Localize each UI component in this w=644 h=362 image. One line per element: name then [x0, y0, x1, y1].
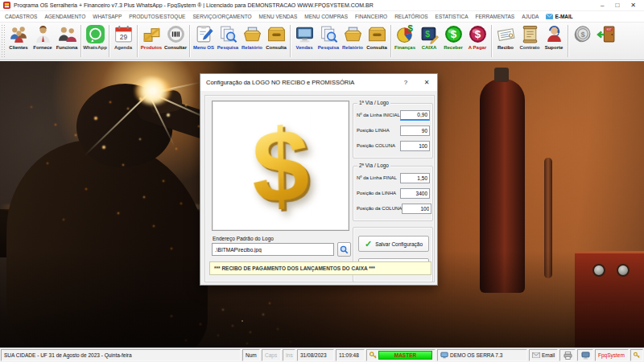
toolbar-button-produtos[interactable]: Produtos — [139, 23, 163, 50]
toolbar-button-receber[interactable]: $ Receber — [441, 23, 465, 50]
toolbar-separator — [290, 25, 291, 57]
toolbar-button-pesquisa-vendas[interactable]: Pesquisa — [316, 23, 341, 50]
menu-financeiro[interactable]: FINANCEIRO — [355, 14, 387, 19]
products-icon — [142, 24, 162, 44]
toolbar-button-consulta-os[interactable]: Consulta — [264, 23, 288, 50]
logo-path-input[interactable] — [212, 243, 334, 256]
field-label-posicao-linha: Posição LINHA — [357, 128, 390, 133]
logo-path-label: Endereço Padrão do Logo — [213, 236, 274, 241]
receipt-icon — [496, 24, 516, 44]
maximize-button[interactable]: □ — [615, 2, 619, 10]
svg-text:$: $ — [580, 31, 585, 39]
input-posicao-da-linha[interactable] — [400, 188, 430, 199]
group-via2-caption: 2ª Via / Logo — [357, 162, 390, 168]
weld-glow-art — [135, 77, 171, 105]
menu-relatorios[interactable]: RELATÓRIOS — [394, 14, 427, 19]
toolbar-button-whatsapp[interactable]: WhatsApp — [83, 23, 107, 50]
monitor-icon — [581, 352, 590, 360]
report-icon — [343, 24, 363, 44]
toolbar-button-vendas[interactable]: Vendas — [292, 23, 316, 50]
menu-estatistica[interactable]: ESTATISTICA — [436, 14, 469, 19]
check-icon: ✓ — [365, 240, 372, 248]
menu-cadastros[interactable]: CADASTROS — [5, 14, 37, 19]
footer-note: *** RECIBO DE PAGAMENTO DOS LANÇAMENTOS … — [209, 261, 431, 275]
toolbar-button-pesquisa-os[interactable]: Pesquisa — [216, 23, 240, 50]
toolbar-button-consulta-vendas[interactable]: Consulta — [365, 23, 389, 50]
status-caps: Caps — [262, 349, 281, 361]
toolbar-button-exit[interactable]: EXIT — [594, 23, 618, 45]
work-order-icon — [194, 24, 214, 44]
report-icon — [242, 24, 262, 44]
browse-logo-button[interactable] — [337, 242, 351, 257]
menu-ferramentas[interactable]: FERRAMENTAS — [476, 14, 515, 19]
email-menu-icon — [546, 14, 553, 19]
svg-text:$: $ — [407, 24, 413, 33]
menu-servico-orcamento[interactable]: SERVIÇO/ORÇAMENTO — [192, 14, 251, 19]
toolbar-separator — [568, 25, 568, 57]
archive-icon — [367, 24, 387, 44]
group-via2: 2ª Via / Logo Nº da Linha FINAL Posição … — [353, 166, 433, 221]
toolbar-button-fornece[interactable]: Fornece — [31, 23, 55, 50]
input-linha-inicial[interactable] — [400, 110, 430, 121]
sales-monitor-icon — [295, 24, 315, 44]
toolbar-button-consultar[interactable]: Consultar — [163, 23, 188, 50]
toolbar-button-recibo[interactable]: Recibo — [493, 23, 518, 50]
toolbar-button-coin[interactable]: $ — [570, 23, 594, 45]
whatsapp-icon — [85, 24, 105, 44]
toolbar-button-suporte[interactable]: Suporte — [542, 23, 566, 50]
input-posicao-da-coluna[interactable] — [402, 204, 431, 214]
menu-compras[interactable]: MENU COMPRAS — [304, 14, 348, 19]
field-label-linha-inicial: Nº da Linha INICIAL — [357, 113, 400, 117]
app-window: Programa OS Serralheria + Financeiro v7.… — [0, 0, 644, 362]
minimize-button[interactable]: – — [601, 2, 604, 10]
status-monitor[interactable] — [577, 349, 593, 361]
toolbar-button-agenda[interactable]: 29 Agenda — [111, 23, 135, 50]
toolbar-button-relatorio-vendas[interactable]: Relatório — [341, 23, 365, 50]
coin-icon: $ — [572, 24, 592, 44]
toolbar-button-a-pagar[interactable]: $ A Pagar — [465, 23, 489, 50]
sparks-art — [151, 90, 153, 92]
toolbar-separator — [491, 25, 492, 57]
status-user-name: MASTER — [378, 351, 432, 360]
status-email[interactable]: Email — [529, 349, 558, 361]
logo-preview-box: $ — [212, 101, 349, 231]
menu-produtos-estoque[interactable]: PRODUTOS/ESTOQUE — [129, 14, 185, 19]
magnifier-icon — [340, 245, 349, 254]
dialog-close-button[interactable]: ✕ — [416, 74, 437, 91]
dialog-help-button[interactable]: ? — [395, 74, 416, 91]
status-printer[interactable] — [559, 349, 576, 361]
save-config-button[interactable]: ✓ Salvar Configuração — [358, 236, 429, 252]
menu-email[interactable]: E-MAIL — [546, 14, 572, 19]
dialog-settings-column: 1ª Via / Logo Nº da Linha INICIAL Posiçã… — [353, 96, 433, 282]
toolbar-button-financas[interactable]: $ Finanças — [393, 23, 417, 50]
toolbar-separator — [189, 25, 190, 57]
main-toolbar: Clientes Fornece Funciona WhatsApp 29 Ag… — [0, 23, 644, 60]
input-posicao-linha[interactable] — [400, 125, 430, 136]
dialog-titlebar: Configuração da LOGO NO RECIBO e PROMISS… — [200, 74, 437, 91]
toolbar-separator — [109, 25, 109, 57]
menu-vendas[interactable]: MENU VENDAS — [259, 14, 298, 19]
menu-agendamento[interactable]: AGENDAMENTO — [44, 14, 85, 19]
field-label-posicao-da-linha: Posição da LINHA — [357, 191, 396, 195]
status-ins: Ins — [283, 349, 295, 361]
svg-text:EXIT: EXIT — [606, 28, 612, 31]
toolbar-button-clientes[interactable]: Clientes — [6, 23, 31, 50]
close-button[interactable]: ✕ — [630, 2, 636, 10]
exit-icon: EXIT — [597, 24, 617, 44]
cylinder-valve-art — [494, 68, 509, 82]
input-posicao-coluna[interactable] — [400, 141, 430, 151]
toolbar-button-funciona[interactable]: Funciona — [55, 23, 79, 50]
window-title: Programa OS Serralheria + Financeiro v7.… — [14, 2, 601, 8]
field-label-posicao-da-coluna: Posição da COLUNA — [357, 206, 402, 211]
toolbar-button-relatorio-os[interactable]: Relatório — [240, 23, 264, 50]
toolbar-button-caixa[interactable]: $ CAIXA — [417, 23, 441, 50]
dialog-body-panel: $ 1ª Via / Logo Nº da Linha INICIAL Posi… — [204, 95, 435, 282]
pay-money-icon: $ — [468, 24, 488, 44]
status-system: DEMO OS SERRA 7.3 — [437, 349, 527, 361]
menu-whatsapp[interactable]: WHATSAPP — [93, 14, 122, 19]
input-linha-final[interactable] — [400, 173, 430, 183]
cashbook-icon: $ — [419, 24, 440, 44]
menu-ajuda[interactable]: AJUDA — [522, 14, 539, 19]
toolbar-button-contrato[interactable]: Contrato — [518, 23, 542, 50]
toolbar-button-menu-os[interactable]: Menu OS — [192, 23, 216, 50]
